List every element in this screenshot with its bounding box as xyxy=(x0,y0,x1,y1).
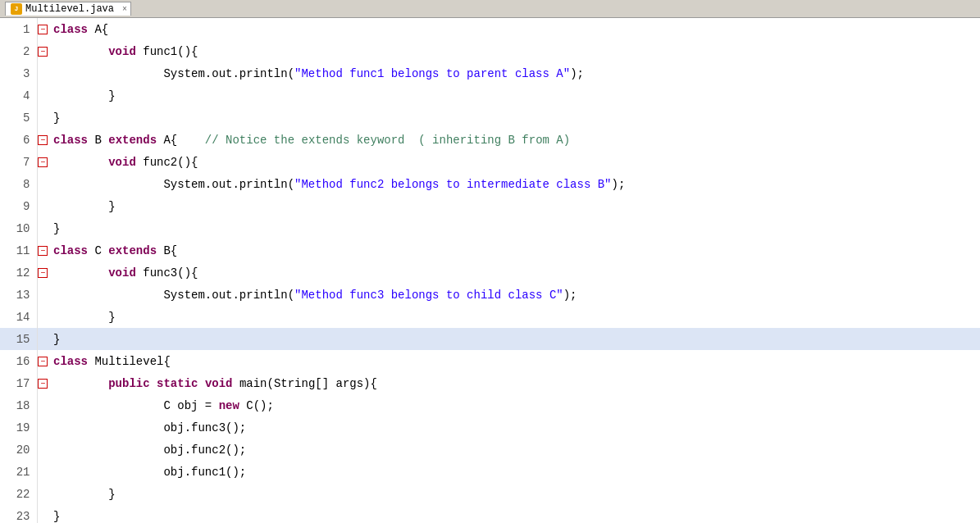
code-tokens: } xyxy=(50,217,980,239)
code-tokens: public static void main(String[] args){ xyxy=(50,372,980,394)
token-kw: new xyxy=(219,399,239,412)
token-plain xyxy=(53,178,163,191)
code-tokens: class Multilevel{ xyxy=(50,350,980,372)
code-line: 17− public static void main(String[] arg… xyxy=(0,372,980,394)
fold-marker[interactable]: − xyxy=(37,129,50,151)
fold-marker xyxy=(37,461,50,483)
tab-close-button[interactable]: × xyxy=(122,5,127,14)
token-plain xyxy=(53,311,108,324)
fold-marker xyxy=(37,84,50,107)
code-line: 20 obj.func2(); xyxy=(0,439,980,461)
fold-marker xyxy=(37,173,50,195)
token-plain: obj.func1(); xyxy=(163,466,246,479)
line-number: 11 xyxy=(0,239,37,262)
fold-marker xyxy=(37,284,50,306)
token-kw: void xyxy=(108,266,136,280)
line-number: 22 xyxy=(0,483,37,505)
code-tokens: obj.func1(); xyxy=(50,461,980,483)
fold-marker[interactable]: − xyxy=(37,18,50,40)
fold-marker[interactable]: − xyxy=(37,151,50,173)
code-line: 8 System.out.println("Method func2 belon… xyxy=(0,173,980,195)
line-number: 10 xyxy=(0,217,37,239)
fold-marker xyxy=(37,328,50,350)
fold-marker xyxy=(37,217,50,239)
code-tokens: } xyxy=(50,107,980,129)
token-kw: void xyxy=(108,156,136,169)
code-line: 14 } xyxy=(0,306,980,328)
title-bar: J Multilevel.java × xyxy=(0,0,980,18)
code-editor: 1−class A{2− void func1(){3 System.out.p… xyxy=(0,18,980,523)
token-string: "Method func2 belongs to intermediate cl… xyxy=(294,178,611,191)
code-tokens: System.out.println("Method func1 belongs… xyxy=(50,62,980,84)
code-line: 18 C obj = new C(); xyxy=(0,394,980,416)
line-number: 2 xyxy=(0,40,37,62)
code-line: 19 obj.func3(); xyxy=(0,416,980,439)
token-plain xyxy=(53,488,108,501)
line-number: 21 xyxy=(0,461,37,483)
token-plain xyxy=(53,67,163,80)
line-number: 13 xyxy=(0,284,37,306)
fold-marker xyxy=(37,439,50,461)
code-line: 2− void func1(){ xyxy=(0,40,980,62)
code-line: 5} xyxy=(0,107,980,129)
code-tokens: } xyxy=(50,505,980,523)
line-number: 15 xyxy=(0,328,37,350)
code-tokens: } xyxy=(50,195,980,217)
code-tokens: } xyxy=(50,328,980,350)
token-plain xyxy=(150,377,157,390)
token-kw: void xyxy=(108,45,136,58)
token-plain xyxy=(53,421,163,434)
code-tokens: } xyxy=(50,306,980,328)
line-number: 8 xyxy=(0,173,37,195)
line-number: 16 xyxy=(0,350,37,372)
token-plain xyxy=(53,466,163,479)
token-plain: } xyxy=(108,200,115,213)
token-kw: extends xyxy=(108,244,157,257)
token-plain: } xyxy=(53,333,60,346)
token-string: "Method func3 belongs to child class C" xyxy=(294,289,563,302)
token-plain: ); xyxy=(612,178,626,191)
line-number: 19 xyxy=(0,416,37,439)
code-tokens: void func3(){ xyxy=(50,262,980,284)
token-plain: } xyxy=(53,222,60,235)
token-comment: // Notice the extends keyword ( inheriti… xyxy=(205,134,570,147)
line-number: 1 xyxy=(0,18,37,40)
token-plain: obj.func2(); xyxy=(163,443,246,457)
token-plain xyxy=(53,443,163,457)
token-plain: } xyxy=(108,311,115,324)
token-kw: void xyxy=(205,377,233,390)
code-line: 23} xyxy=(0,505,980,523)
code-tokens: System.out.println("Method func2 belongs… xyxy=(50,173,980,195)
token-plain: Multilevel{ xyxy=(88,355,171,368)
token-plain xyxy=(53,89,108,102)
code-tokens: class A{ xyxy=(50,18,980,40)
code-line: 16−class Multilevel{ xyxy=(0,350,980,372)
token-kw: class xyxy=(53,134,88,147)
fold-marker[interactable]: − xyxy=(37,372,50,394)
fold-marker[interactable]: − xyxy=(37,262,50,284)
fold-marker[interactable]: − xyxy=(37,40,50,62)
code-line: 7− void func2(){ xyxy=(0,151,980,173)
token-kw: class xyxy=(53,23,88,36)
token-plain xyxy=(53,45,108,58)
token-plain: C xyxy=(88,244,108,257)
editor-tab[interactable]: J Multilevel.java × xyxy=(5,2,131,16)
token-plain: System.out.println( xyxy=(163,178,294,191)
code-tokens: class B extends A{ // Notice the extends… xyxy=(50,129,980,151)
token-plain: obj.func3(); xyxy=(163,421,246,434)
code-tokens: obj.func2(); xyxy=(50,439,980,461)
token-plain: A{ xyxy=(88,23,108,36)
fold-marker xyxy=(37,505,50,523)
token-kw: public xyxy=(108,377,149,390)
line-number: 18 xyxy=(0,394,37,416)
fold-marker[interactable]: − xyxy=(37,239,50,262)
line-number: 7 xyxy=(0,151,37,173)
fold-marker xyxy=(37,107,50,129)
fold-marker[interactable]: − xyxy=(37,350,50,372)
code-line: 12− void func3(){ xyxy=(0,262,980,284)
code-tokens: } xyxy=(50,483,980,505)
token-plain: ); xyxy=(570,67,584,80)
token-plain: main(String[] args){ xyxy=(232,377,376,390)
code-area: 1−class A{2− void func1(){3 System.out.p… xyxy=(0,18,980,523)
fold-marker xyxy=(37,195,50,217)
